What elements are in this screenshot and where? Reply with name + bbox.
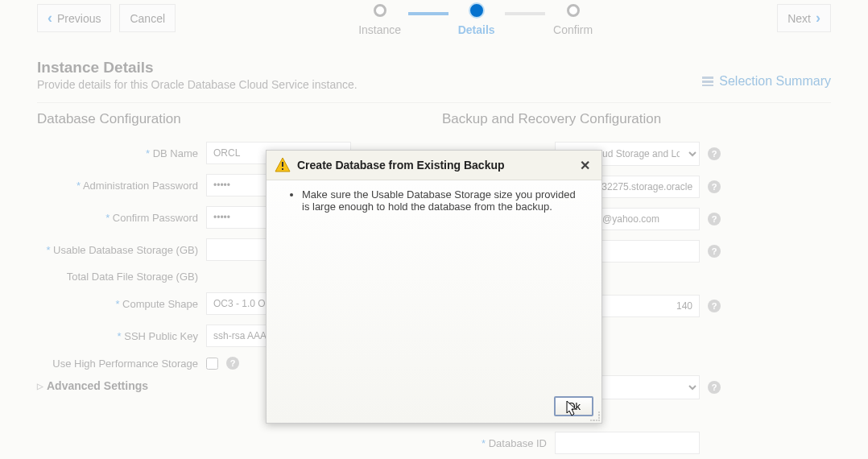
resize-handle-icon[interactable] bbox=[590, 411, 600, 421]
svg-rect-4 bbox=[282, 162, 283, 167]
dialog-body: Make sure the Usable Database Storage si… bbox=[267, 180, 601, 390]
step-circle-icon bbox=[470, 4, 483, 17]
dialog-ok-button[interactable]: Ok bbox=[554, 396, 593, 416]
step-circle-icon bbox=[374, 4, 386, 17]
dialog-message: Make sure the Usable Database Storage si… bbox=[302, 188, 585, 213]
dialog-close-button[interactable]: ✕ bbox=[577, 158, 593, 173]
svg-rect-5 bbox=[282, 168, 283, 170]
create-db-from-backup-dialog: Create Database from Existing Backup ✕ M… bbox=[266, 150, 602, 424]
ok-label: Ok bbox=[567, 400, 581, 412]
step-circle-icon bbox=[567, 4, 580, 17]
warning-icon bbox=[275, 157, 291, 173]
modal-overlay: Create Database from Existing Backup ✕ M… bbox=[0, 0, 868, 459]
dialog-title: Create Database from Existing Backup bbox=[297, 159, 577, 172]
close-icon: ✕ bbox=[580, 159, 590, 172]
